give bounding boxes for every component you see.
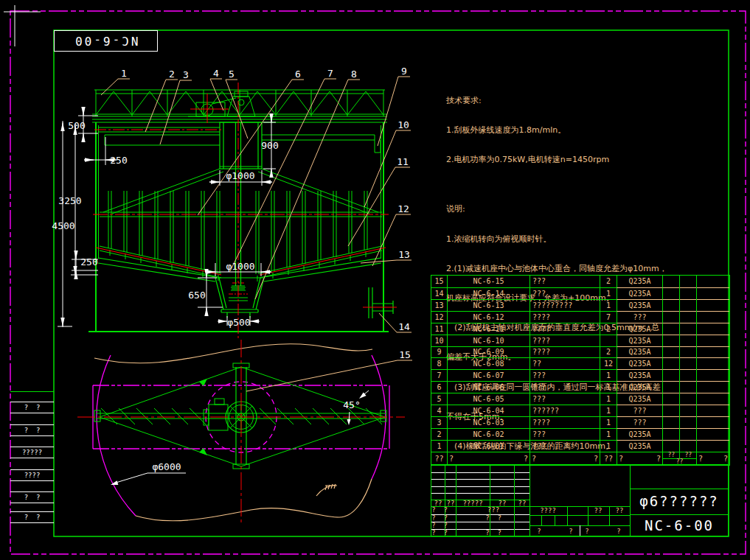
callout-10: 10 xyxy=(397,119,409,130)
titleblock-line xyxy=(567,506,568,525)
bom-cell: ???? xyxy=(529,335,600,346)
dim-dia1000-top: φ1000 xyxy=(226,170,254,181)
titleblock-label: ?? xyxy=(594,507,603,514)
bom-cell: 7 xyxy=(600,311,617,323)
bom-cell: 13 xyxy=(431,299,447,311)
bom-cell: NC-6-04 xyxy=(447,405,529,416)
bom-cell: ?? xyxy=(529,357,600,369)
titleblock-line xyxy=(431,493,529,494)
callout-1: 1 xyxy=(121,68,127,79)
bom-body: 15NC-6-15???2Q235A 14NC-6-14???1Q235A 13… xyxy=(431,276,729,452)
drawing-model: φ6?????? xyxy=(639,493,719,509)
bom-cell: ?????? xyxy=(529,405,600,416)
feed-launder xyxy=(98,127,381,153)
bom-header-cell: ?? xyxy=(600,452,617,465)
callout-13: 13 xyxy=(398,249,410,260)
bom-cell: NC-6-02 xyxy=(447,428,529,440)
bom-cell: ??? xyxy=(529,393,600,405)
bom-header-label: ? xyxy=(449,455,454,463)
bom-cell: 2 xyxy=(600,346,617,358)
callout-6: 6 xyxy=(295,69,301,80)
bom-column-line xyxy=(679,276,680,452)
titleblock-label: ? ? xyxy=(431,522,448,529)
titleblock-label: ? ? xyxy=(485,514,501,522)
bom-cell: Q235A xyxy=(617,299,662,311)
titleblock-line xyxy=(630,489,729,489)
bom-header-label: ? xyxy=(532,455,536,463)
strip-row: ????? xyxy=(10,447,54,458)
titleblock-line xyxy=(431,479,529,480)
bom-cell: Q235A xyxy=(617,393,662,405)
bom-cell: ???? xyxy=(529,311,600,323)
strip-row xyxy=(10,392,54,402)
underflow-pipe xyxy=(369,287,393,318)
strip-row: ? ? xyxy=(10,425,54,436)
bom-cell: 8 xyxy=(431,357,447,369)
bom-header-cell: ?? xyxy=(447,452,529,465)
bom-cell: 14 xyxy=(431,287,447,299)
bom-cell: ????????? xyxy=(529,299,600,311)
bom-cell: 1 xyxy=(600,416,617,428)
dim-900: 900 xyxy=(261,140,278,151)
titleblock-label: ? xyxy=(617,528,620,535)
titleblock-line xyxy=(529,515,630,516)
titleblock-line xyxy=(630,465,631,536)
drawing-number: NC-6-00 xyxy=(645,517,714,533)
note-line: 技术要求: xyxy=(446,96,741,105)
bom-cell: 2 xyxy=(431,428,447,440)
bom-cell: ??? xyxy=(529,440,600,452)
bom-header-label: ?? xyxy=(679,452,696,458)
titleblock-line xyxy=(514,465,515,536)
titleblock-label: ? ? xyxy=(485,529,501,536)
callout-leaders xyxy=(101,77,412,391)
callout-3: 3 xyxy=(183,69,189,80)
bom-cell: NC-6-12 xyxy=(447,311,529,323)
dim-250-top: 250 xyxy=(110,155,127,166)
note-line: 说明: xyxy=(446,204,741,214)
bom-cell: NC-6-05 xyxy=(447,393,529,405)
bom-cell: Q235A xyxy=(617,323,662,335)
callout-14: 14 xyxy=(398,321,410,332)
callout-9: 9 xyxy=(401,66,407,77)
note-line: 1.刮板外缘线速度为1.8m/mln。 xyxy=(446,125,741,135)
bom-cell: ??? xyxy=(529,381,600,393)
titleblock-line xyxy=(490,465,490,536)
titleblock-line xyxy=(630,514,729,515)
bom-cell: 2 xyxy=(600,323,617,335)
bom-cell: 3 xyxy=(431,416,447,428)
bom-cell: 1 xyxy=(600,428,617,440)
titleblock-label: ???? xyxy=(540,507,556,514)
bom-cell: ???? xyxy=(529,323,600,335)
bom-header-label: ? xyxy=(698,455,703,463)
bom-cell: NC-6-15 xyxy=(447,276,529,287)
bom-cell: NC-6-09 xyxy=(447,346,529,358)
strip-row xyxy=(10,458,54,470)
bom-cell: 1 xyxy=(431,440,447,452)
titleblock-line xyxy=(541,515,542,525)
bom-header-label: ? xyxy=(723,455,728,463)
titleblock-label: ? ? xyxy=(431,506,448,514)
dim-dia1000-bottom: φ1000 xyxy=(226,261,254,272)
bom-header-cell: ?? xyxy=(431,452,447,465)
titleblock-label: ?? xyxy=(447,500,455,507)
bom-cell: NC-6-08 xyxy=(447,357,529,369)
bom-cell: ??? xyxy=(617,416,662,428)
sketch-doodle xyxy=(316,484,337,496)
corner-drawing-number-box: NC-6-00 xyxy=(54,30,158,52)
dim-dia6000: φ6000 xyxy=(152,461,181,472)
titleblock-line xyxy=(431,472,529,473)
bom-cell: 10 xyxy=(431,335,447,346)
bom-header-label: ? xyxy=(594,455,598,463)
bom-header-label: ? xyxy=(619,455,623,463)
callout-12: 12 xyxy=(397,203,409,214)
note-line: 2.(1)减速机座中心与池体中心重合，同轴度允差为φ10mm， xyxy=(446,264,741,273)
bom-cell: NC-6-14 xyxy=(447,287,529,299)
callout-4: 4 xyxy=(213,68,219,79)
bom-cell: Q235A xyxy=(617,381,662,393)
bom-cell: 15 xyxy=(431,276,447,287)
titleblock-label: ?? xyxy=(616,507,624,514)
titleblock-label: ? xyxy=(537,528,541,535)
bom-header-cell: ?? xyxy=(617,452,662,465)
bom-cell: ??? xyxy=(617,311,662,323)
callout-2: 2 xyxy=(169,69,175,80)
